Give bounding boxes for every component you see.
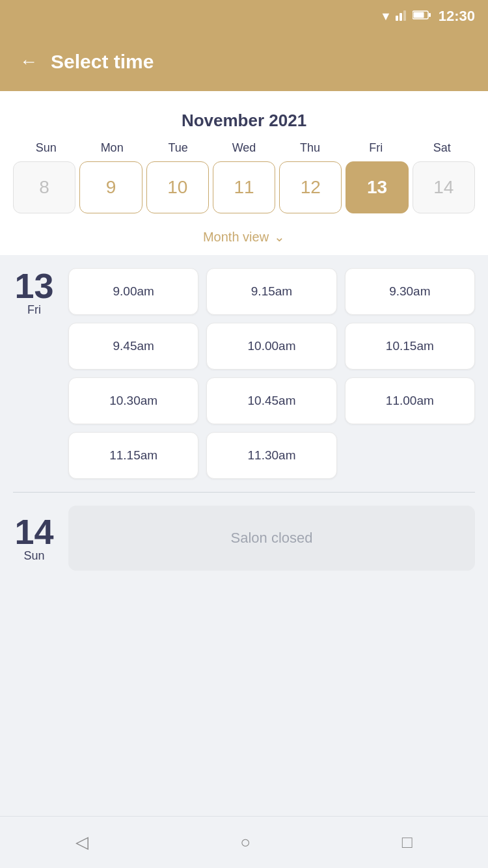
- date-label-13: 13 Fri: [13, 268, 55, 317]
- day-header-wed: Wed: [211, 141, 277, 155]
- svg-rect-2: [403, 10, 406, 21]
- salon-closed-box: Salon closed: [68, 506, 475, 571]
- calendar-section: November 2021 Sun Mon Tue Wed Thu Fri Sa…: [0, 91, 488, 255]
- svg-rect-6: [429, 13, 431, 17]
- bottom-nav: ◁ ○ □: [0, 816, 488, 868]
- section-divider: [13, 492, 475, 493]
- nav-back-button[interactable]: ◁: [75, 832, 88, 852]
- time-slot-930am[interactable]: 9.30am: [345, 268, 475, 315]
- day-header-thu: Thu: [277, 141, 343, 155]
- time-section: 13 Fri 9.00am 9.15am 9.30am 9.45am 10.00…: [0, 255, 488, 597]
- day-cell-13[interactable]: 13: [346, 161, 408, 213]
- time-slot-945am[interactable]: 9.45am: [68, 323, 198, 370]
- page-title: Select time: [51, 51, 154, 73]
- time-slot-1030am[interactable]: 10.30am: [68, 377, 198, 424]
- week-row: 8 9 10 11 12 13 14: [13, 161, 475, 213]
- time-slot-1000am[interactable]: 10.00am: [206, 323, 336, 370]
- day-header-sun: Sun: [13, 141, 79, 155]
- day-header-sat: Sat: [409, 141, 475, 155]
- day-cell-8[interactable]: 8: [13, 161, 75, 213]
- signal-icon: [396, 9, 409, 24]
- month-year-title: November 2021: [13, 104, 475, 131]
- date-number-14: 14: [13, 514, 55, 549]
- time-slots-grid-13: 9.00am 9.15am 9.30am 9.45am 10.00am 10.1…: [68, 268, 475, 479]
- header: ← Select time: [0, 33, 488, 91]
- time-slot-1015am[interactable]: 10.15am: [345, 323, 475, 370]
- nav-recent-button[interactable]: □: [402, 832, 413, 852]
- nav-home-button[interactable]: ○: [240, 832, 251, 852]
- status-icons: ▼ 12:30: [380, 8, 475, 25]
- day-cell-11[interactable]: 11: [213, 161, 275, 213]
- day-header-fri: Fri: [343, 141, 409, 155]
- time-slot-1130am[interactable]: 11.30am: [206, 432, 336, 479]
- date-label-14: 14 Sun: [13, 514, 55, 563]
- time-slot-1115am[interactable]: 11.15am: [68, 432, 198, 479]
- date-number-13: 13: [13, 268, 55, 303]
- date-day-fri: Fri: [13, 303, 55, 317]
- chevron-down-icon: ⌄: [274, 229, 285, 245]
- svg-rect-0: [396, 16, 398, 21]
- time-slot-900am[interactable]: 9.00am: [68, 268, 198, 315]
- day-cell-9[interactable]: 9: [79, 161, 142, 213]
- day-cell-12[interactable]: 12: [279, 161, 342, 213]
- status-bar: ▼ 12:30: [0, 0, 488, 33]
- day-cell-10[interactable]: 10: [146, 161, 209, 213]
- month-view-label: Month view: [203, 230, 269, 245]
- time-slot-1045am[interactable]: 10.45am: [206, 377, 336, 424]
- day-header-tue: Tue: [145, 141, 211, 155]
- time-slot-915am[interactable]: 9.15am: [206, 268, 336, 315]
- wifi-icon: ▼: [380, 10, 392, 23]
- month-view-toggle[interactable]: Month view ⌄: [13, 220, 475, 255]
- battery-icon: [413, 10, 431, 23]
- svg-rect-5: [413, 12, 424, 18]
- time-slot-1100am[interactable]: 11.00am: [345, 377, 475, 424]
- salon-closed-label: Salon closed: [231, 530, 313, 547]
- date-block-sun14: 14 Sun Salon closed: [13, 506, 475, 571]
- back-button[interactable]: ←: [20, 53, 38, 71]
- day-header-mon: Mon: [79, 141, 144, 155]
- date-block-fri13: 13 Fri 9.00am 9.15am 9.30am 9.45am 10.00…: [13, 268, 475, 479]
- status-time: 12:30: [439, 8, 475, 25]
- day-headers-row: Sun Mon Tue Wed Thu Fri Sat: [13, 141, 475, 155]
- day-cell-14[interactable]: 14: [413, 161, 475, 213]
- svg-rect-1: [400, 13, 402, 21]
- date-day-sun: Sun: [13, 549, 55, 563]
